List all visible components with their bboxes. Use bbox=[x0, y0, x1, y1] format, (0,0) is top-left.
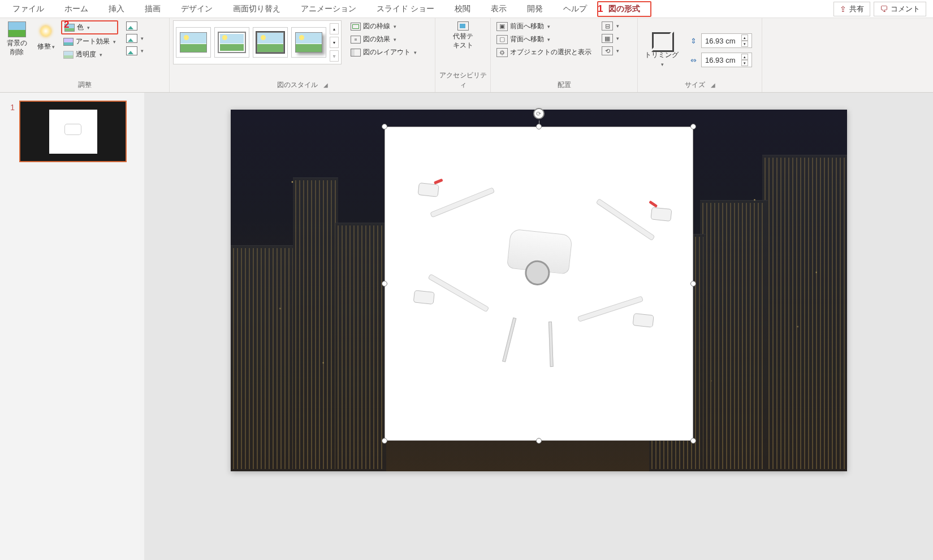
selection-pane-button[interactable]: ⯐オブジェクトの選択と表示 bbox=[494, 46, 594, 58]
align-button[interactable]: ⊟▾ bbox=[599, 20, 621, 32]
color-button[interactable]: 色▾ bbox=[61, 20, 118, 34]
corrections-button[interactable]: 修整▾ bbox=[33, 20, 59, 53]
change-picture-button[interactable]: ▾ bbox=[124, 33, 146, 44]
change-picture-icon bbox=[126, 34, 137, 43]
resize-handle-l[interactable] bbox=[382, 281, 387, 286]
width-spin-down[interactable]: ▾ bbox=[741, 60, 748, 66]
width-spin-up[interactable]: ▴ bbox=[741, 54, 748, 60]
comment-icon: 🗨 bbox=[880, 5, 888, 14]
chevron-down-icon: ▾ bbox=[547, 37, 550, 42]
tab-file[interactable]: ファイル bbox=[2, 2, 54, 16]
resize-handle-tl[interactable] bbox=[382, 124, 387, 129]
tab-slideshow[interactable]: スライド ショー bbox=[366, 2, 444, 16]
group-objects-button[interactable]: ▦▾ bbox=[599, 33, 621, 44]
drone-mini-icon bbox=[58, 120, 89, 143]
height-icon: ⇕ bbox=[688, 36, 699, 46]
chevron-down-icon: ▾ bbox=[616, 23, 619, 29]
color-label: 色 bbox=[77, 23, 84, 32]
bring-forward-button[interactable]: ▣前面へ移動▾ bbox=[494, 20, 594, 32]
reset-picture-button[interactable]: ▾ bbox=[124, 45, 146, 57]
annotation-1: 1 bbox=[598, 3, 603, 15]
thumbnail-number: 1 bbox=[6, 101, 15, 112]
group-icon: ▦ bbox=[602, 34, 613, 43]
chevron-down-icon: ▾ bbox=[547, 24, 550, 29]
picture-effects-icon bbox=[351, 36, 361, 44]
slide-thumbnail-1[interactable] bbox=[19, 101, 127, 162]
compress-pictures-button[interactable] bbox=[124, 20, 146, 32]
gallery-more-button[interactable]: ▿ bbox=[330, 50, 339, 62]
width-field[interactable]: 16.93 cm▴▾ bbox=[701, 53, 752, 67]
tab-view[interactable]: 表示 bbox=[481, 2, 517, 16]
alt-text-button[interactable]: 代替テ キスト bbox=[450, 20, 477, 51]
chevron-down-icon: ▾ bbox=[87, 25, 90, 31]
chevron-down-icon: ▾ bbox=[141, 36, 144, 41]
slide-thumbnails-panel: 1 bbox=[0, 93, 144, 560]
tab-transition[interactable]: 画面切り替え bbox=[223, 2, 291, 16]
styles-dialog-launcher[interactable]: ◢ bbox=[323, 82, 328, 88]
transparency-button[interactable]: 透明度▾ bbox=[61, 49, 118, 60]
style-thumb-3[interactable] bbox=[253, 27, 288, 58]
slide-canvas-area[interactable]: ⟳ bbox=[144, 93, 933, 560]
corrections-icon bbox=[36, 21, 55, 41]
gallery-down-button[interactable]: ▾ bbox=[330, 37, 339, 48]
artistic-effects-button[interactable]: アート効果▾ bbox=[61, 36, 118, 47]
chevron-down-icon: ▾ bbox=[141, 48, 144, 54]
chevron-down-icon: ▾ bbox=[113, 39, 116, 45]
gallery-up-button[interactable]: ▴ bbox=[330, 23, 339, 34]
artistic-icon bbox=[63, 38, 74, 46]
compress-icon bbox=[126, 21, 137, 31]
bring-forward-icon: ▣ bbox=[496, 22, 508, 31]
resize-handle-tr[interactable] bbox=[690, 124, 696, 129]
picture-layout-button[interactable]: 図のレイアウト▾ bbox=[348, 46, 419, 58]
tab-insert[interactable]: 挿入 bbox=[98, 2, 135, 16]
style-thumb-1[interactable] bbox=[176, 27, 211, 58]
height-spin-up[interactable]: ▴ bbox=[741, 34, 748, 41]
picture-layout-icon bbox=[351, 49, 361, 57]
height-spin-down[interactable]: ▾ bbox=[741, 41, 748, 47]
resize-handle-r[interactable] bbox=[690, 281, 696, 286]
chevron-down-icon: ▾ bbox=[661, 62, 664, 67]
tab-animation[interactable]: アニメーション bbox=[291, 2, 366, 16]
send-backward-icon: ▢ bbox=[496, 35, 508, 44]
gallery-nav: ▴ ▾ ▿ bbox=[330, 23, 339, 62]
send-backward-button[interactable]: ▢背面へ移動▾ bbox=[494, 33, 594, 45]
comment-button[interactable]: 🗨コメント bbox=[874, 2, 926, 16]
picture-styles-gallery[interactable]: ▴ ▾ ▿ bbox=[173, 20, 342, 64]
resize-handle-bl[interactable] bbox=[382, 438, 387, 444]
send-backward-label: 背面へ移動 bbox=[510, 34, 544, 44]
transparency-label: 透明度 bbox=[76, 50, 96, 59]
style-thumb-4[interactable] bbox=[291, 27, 326, 58]
chevron-down-icon: ▾ bbox=[100, 52, 102, 58]
height-field[interactable]: 16.93 cm▴▾ bbox=[701, 33, 752, 48]
chevron-down-icon: ▾ bbox=[616, 36, 619, 41]
tab-help[interactable]: ヘルプ bbox=[553, 2, 597, 16]
selected-picture[interactable]: ⟳ bbox=[385, 127, 693, 441]
picture-border-button[interactable]: 図の枠線▾ bbox=[348, 20, 419, 32]
resize-handle-b[interactable] bbox=[536, 438, 542, 444]
tab-design[interactable]: デザイン bbox=[171, 2, 223, 16]
picture-border-label: 図の枠線 bbox=[363, 21, 390, 31]
tab-picture-format[interactable]: 図の形式 bbox=[597, 1, 651, 17]
resize-handle-br[interactable] bbox=[690, 438, 696, 444]
tab-home[interactable]: ホーム bbox=[54, 2, 98, 16]
picture-effects-label: 図の効果 bbox=[363, 34, 390, 44]
crop-label: トリミング bbox=[645, 51, 679, 59]
alt-text-icon bbox=[457, 21, 469, 31]
share-button[interactable]: ⇪共有 bbox=[833, 2, 870, 16]
tab-review[interactable]: 校閲 bbox=[444, 2, 481, 16]
picture-border-icon bbox=[351, 23, 361, 31]
size-dialog-launcher[interactable]: ◢ bbox=[711, 82, 715, 88]
remove-background-button[interactable]: 背景の 削除 bbox=[3, 20, 31, 58]
tab-draw[interactable]: 描画 bbox=[135, 2, 171, 16]
adjust-group-label: 調整 bbox=[3, 80, 166, 91]
style-thumb-2[interactable] bbox=[214, 27, 249, 58]
slide[interactable]: ⟳ bbox=[231, 110, 847, 471]
width-icon: ⇔ bbox=[688, 55, 699, 65]
rotate-handle[interactable]: ⟳ bbox=[533, 108, 545, 119]
rotate-button[interactable]: ⟲▾ bbox=[599, 45, 621, 57]
styles-group-label: 図のスタイル bbox=[277, 80, 318, 90]
crop-button[interactable]: トリミング▾ bbox=[641, 31, 682, 70]
picture-effects-button[interactable]: 図の効果▾ bbox=[348, 33, 419, 45]
tab-developer[interactable]: 開発 bbox=[517, 2, 553, 16]
resize-handle-t[interactable] bbox=[536, 124, 542, 129]
